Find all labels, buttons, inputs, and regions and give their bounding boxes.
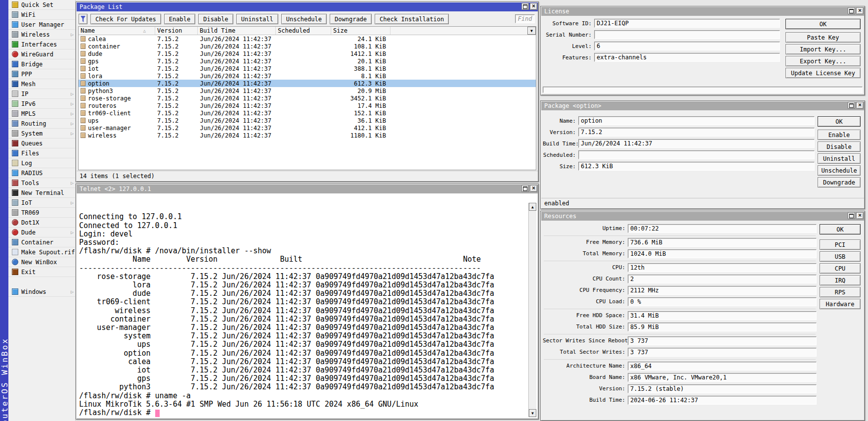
field-free-hdd-space[interactable]: 31.4 MiB bbox=[628, 311, 817, 320]
field-size[interactable]: 612.3 KiB bbox=[578, 162, 815, 171]
field-cpu-load[interactable]: 0 % bbox=[628, 297, 817, 306]
package-option-titlebar[interactable]: Package <option> bbox=[541, 101, 864, 110]
field-version[interactable]: 7.15.2 bbox=[578, 128, 815, 137]
close-icon[interactable] bbox=[530, 185, 537, 192]
pci-button[interactable]: PCI bbox=[820, 239, 861, 250]
scroll-down-icon[interactable] bbox=[529, 409, 536, 417]
maximize-icon[interactable] bbox=[848, 7, 855, 14]
field-total-memory[interactable]: 1024.0 MiB bbox=[628, 249, 817, 258]
field-scheduled[interactable] bbox=[578, 150, 815, 159]
package-list-titlebar[interactable]: Package List bbox=[77, 2, 538, 11]
unschedule-button[interactable]: Unschedule bbox=[818, 165, 861, 176]
sidebar-item-queues[interactable]: Queues bbox=[8, 139, 75, 148]
filter-button[interactable] bbox=[79, 14, 87, 24]
close-icon[interactable] bbox=[530, 3, 537, 10]
field-serial-number[interactable] bbox=[594, 30, 780, 39]
field-build-time[interactable]: Jun/26/2024 11:42:37 bbox=[578, 139, 815, 148]
field-level[interactable]: 6 bbox=[594, 42, 780, 50]
field-sector-writes-since-reboot[interactable]: 3 737 bbox=[628, 336, 817, 345]
disable-button[interactable]: Disable bbox=[818, 141, 861, 152]
table-row-container[interactable]: container7.15.2Jun/26/2024 11:42:37108.1… bbox=[79, 43, 536, 50]
usb-button[interactable]: USB bbox=[820, 251, 861, 262]
sidebar-item-files[interactable]: Files bbox=[8, 148, 75, 158]
check-installation-button[interactable]: Check Installation bbox=[375, 14, 449, 24]
sidebar-item-wifi[interactable]: WiFi bbox=[8, 10, 75, 20]
close-icon[interactable] bbox=[856, 7, 864, 14]
field-total-hdd-size[interactable]: 85.9 MiB bbox=[628, 323, 817, 331]
column-header-name[interactable]: Name bbox=[79, 27, 155, 35]
paste-key-button[interactable]: Paste Key bbox=[785, 32, 861, 43]
field-uptime[interactable]: 00:07:22 bbox=[628, 224, 817, 233]
table-row-option[interactable]: option7.15.2Jun/26/2024 11:42:37612.3 Ki… bbox=[79, 80, 536, 87]
export-key-button[interactable]: Export Key... bbox=[785, 56, 861, 66]
close-icon[interactable] bbox=[856, 102, 864, 109]
table-row-wireless[interactable]: wireless7.15.2Jun/26/2024 11:42:371180.1… bbox=[79, 132, 536, 139]
field-version[interactable]: 7.15.2 (stable) bbox=[628, 384, 817, 393]
sidebar-item-wireguard[interactable]: WireGuard bbox=[8, 49, 75, 59]
sidebar-item-tr069[interactable]: TR069 bbox=[8, 208, 75, 218]
table-row-ups[interactable]: ups7.15.2Jun/26/2024 11:42:3736.1 KiB bbox=[79, 117, 536, 124]
package-table[interactable]: NameVersionBuild TimeScheduledSize calea… bbox=[78, 26, 536, 170]
sidebar-item-wireless[interactable]: Wireless bbox=[8, 30, 75, 40]
sidebar-item-make-supout-rif[interactable]: Make Supout.rif bbox=[8, 247, 75, 257]
field-free-memory[interactable]: 736.6 MiB bbox=[628, 238, 817, 247]
uninstall-button[interactable]: Uninstall bbox=[236, 14, 278, 24]
sidebar-item-bridge[interactable]: Bridge bbox=[8, 59, 75, 69]
scroll-up-icon[interactable] bbox=[529, 203, 536, 211]
find-button[interactable]: Find bbox=[515, 14, 535, 23]
ok-button[interactable]: OK bbox=[820, 224, 861, 234]
terminal-scrollbar[interactable] bbox=[528, 203, 536, 417]
ok-button[interactable]: OK bbox=[818, 116, 861, 127]
terminal-output[interactable]: Connecting to 127.0.0.1 Connected to 127… bbox=[77, 193, 537, 418]
table-row-lora[interactable]: lora7.15.2Jun/26/2024 11:42:378.1 KiB bbox=[79, 72, 536, 80]
table-row-rose-storage[interactable]: rose-storage7.15.2Jun/26/2024 11:42:3734… bbox=[79, 94, 536, 102]
sidebar-item-ppp[interactable]: PPP bbox=[8, 69, 75, 79]
table-row-python3[interactable]: python37.15.2Jun/26/2024 11:42:3720.9 Mi… bbox=[79, 87, 536, 94]
table-row-gps[interactable]: gps7.15.2Jun/26/2024 11:42:3720.1 KiB bbox=[79, 57, 536, 65]
sidebar-item-mesh[interactable]: Mesh bbox=[8, 79, 75, 89]
update-license-key-button[interactable]: Update License Key bbox=[785, 68, 861, 78]
irq-button[interactable]: IRQ bbox=[820, 275, 861, 285]
downgrade-button[interactable]: Downgrade bbox=[330, 14, 372, 24]
table-row-dude[interactable]: dude7.15.2Jun/26/2024 11:42:371412.1 KiB bbox=[79, 50, 536, 57]
enable-button[interactable]: Enable bbox=[164, 14, 195, 24]
maximize-icon[interactable] bbox=[521, 185, 529, 192]
sidebar-item-ip[interactable]: IP bbox=[8, 89, 75, 99]
sidebar-item-user-manager[interactable]: User Manager bbox=[8, 20, 75, 30]
license-titlebar[interactable]: License bbox=[541, 7, 864, 16]
sidebar-item-dot1x[interactable]: Dot1X bbox=[8, 218, 75, 228]
sidebar-item-container[interactable]: Container bbox=[8, 237, 75, 247]
column-select-dropdown-icon[interactable] bbox=[527, 27, 536, 35]
sidebar-item-log[interactable]: Log bbox=[8, 158, 75, 168]
ok-button[interactable]: OK bbox=[785, 19, 861, 29]
import-key-button[interactable]: Import Key... bbox=[785, 44, 861, 54]
disable-button[interactable]: Disable bbox=[198, 14, 233, 24]
unschedule-button[interactable]: Unschedule bbox=[281, 14, 327, 24]
downgrade-button[interactable]: Downgrade bbox=[818, 177, 861, 187]
cpu-button[interactable]: CPU bbox=[820, 263, 861, 274]
field-cpu[interactable]: 12th bbox=[628, 263, 817, 272]
table-row-iot[interactable]: iot7.15.2Jun/26/2024 11:42:37388.1 KiB bbox=[79, 65, 536, 72]
maximize-icon[interactable] bbox=[848, 212, 855, 219]
check-for-updates-button[interactable]: Check For Updates bbox=[90, 14, 161, 24]
enable-button[interactable]: Enable bbox=[818, 130, 861, 140]
field-name[interactable]: option bbox=[578, 116, 815, 125]
sidebar-item-radius[interactable]: RADIUS bbox=[8, 168, 75, 178]
column-header-version[interactable]: Version bbox=[155, 27, 198, 35]
sidebar-item-dude[interactable]: Dude bbox=[8, 228, 75, 237]
table-row-calea[interactable]: calea7.15.2Jun/26/2024 11:42:3724.1 KiB bbox=[79, 35, 536, 43]
column-header-build-time[interactable]: Build Time bbox=[198, 27, 276, 35]
sidebar-item-mpls[interactable]: MPLS bbox=[8, 109, 75, 119]
rps-button[interactable]: RPS bbox=[820, 287, 861, 297]
field-board-name[interactable]: x86 VMware, Inc. VMware20,1 bbox=[628, 373, 817, 382]
sidebar-item-new-winbox[interactable]: New WinBox bbox=[8, 257, 75, 267]
field-total-sector-writes[interactable]: 3 737 bbox=[628, 348, 817, 357]
maximize-icon[interactable] bbox=[521, 3, 529, 10]
field-features[interactable]: extra-channels bbox=[594, 53, 780, 62]
column-header-scheduled[interactable]: Scheduled bbox=[276, 27, 331, 35]
sidebar-item-system[interactable]: System bbox=[8, 129, 75, 139]
column-header-size[interactable]: Size bbox=[331, 27, 391, 35]
maximize-icon[interactable] bbox=[848, 102, 855, 109]
table-row-tr069-client[interactable]: tr069-client7.15.2Jun/26/2024 11:42:3715… bbox=[79, 109, 536, 117]
sidebar-item-tools[interactable]: Tools bbox=[8, 178, 75, 188]
